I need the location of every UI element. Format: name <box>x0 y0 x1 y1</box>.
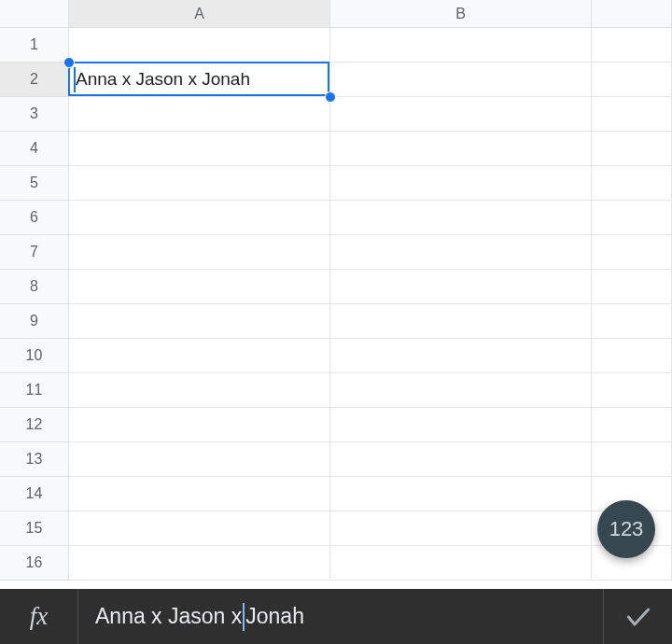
row-header[interactable]: 11 <box>0 373 69 408</box>
cell[interactable] <box>330 28 592 63</box>
cell[interactable] <box>69 304 330 339</box>
cell[interactable] <box>330 477 592 511</box>
row-header[interactable]: 14 <box>0 477 69 511</box>
cell[interactable] <box>69 511 330 546</box>
fab-label: 123 <box>609 517 644 541</box>
selection-handle-bottom-right[interactable] <box>325 91 336 103</box>
row-header[interactable]: 10 <box>0 339 69 373</box>
cell-text-caret <box>74 67 76 92</box>
cell[interactable] <box>592 201 672 235</box>
cell[interactable] <box>330 304 592 339</box>
row-header[interactable]: 8 <box>0 270 69 304</box>
cell[interactable] <box>592 442 672 477</box>
cell[interactable] <box>330 339 592 373</box>
cell[interactable] <box>330 132 592 166</box>
cell[interactable] <box>69 477 330 511</box>
numeric-keypad-fab[interactable]: 123 <box>597 500 655 558</box>
cell[interactable] <box>69 28 330 63</box>
row-header[interactable]: 9 <box>0 304 69 339</box>
column-header[interactable] <box>592 0 672 28</box>
cell[interactable] <box>330 235 592 270</box>
row-header[interactable]: 16 <box>0 546 69 581</box>
cell[interactable] <box>69 97 330 132</box>
cell[interactable] <box>592 166 672 201</box>
formula-text-before: Anna x Jason x <box>95 604 242 629</box>
check-icon <box>623 602 653 632</box>
cell[interactable] <box>69 270 330 304</box>
formula-text-after: Jonah <box>245 604 304 629</box>
column-header[interactable]: A <box>69 0 330 28</box>
cell[interactable] <box>592 63 672 97</box>
cell[interactable] <box>592 97 672 132</box>
cell[interactable] <box>592 270 672 304</box>
cell[interactable] <box>69 235 330 270</box>
cell[interactable] <box>69 442 330 477</box>
column-header[interactable]: B <box>330 0 592 28</box>
cell[interactable] <box>330 408 592 442</box>
cell[interactable] <box>330 201 592 235</box>
cell[interactable] <box>69 546 330 581</box>
cell[interactable] <box>69 132 330 166</box>
cell[interactable] <box>330 63 592 97</box>
cell[interactable] <box>330 373 592 408</box>
cell[interactable] <box>69 201 330 235</box>
row-header[interactable]: 3 <box>0 97 69 132</box>
formula-bar: fx Anna x Jason x Jonah <box>0 589 672 644</box>
cell[interactable] <box>592 408 672 442</box>
row-header[interactable]: 2 <box>0 63 69 97</box>
text-caret <box>243 603 245 631</box>
cell[interactable] <box>330 511 592 546</box>
cell[interactable] <box>592 373 672 408</box>
cell[interactable] <box>330 442 592 477</box>
cell[interactable] <box>330 270 592 304</box>
cell[interactable] <box>592 235 672 270</box>
select-all-corner[interactable] <box>0 0 69 28</box>
cell[interactable] <box>592 28 672 63</box>
cell[interactable] <box>69 166 330 201</box>
fx-icon[interactable]: fx <box>0 589 78 644</box>
cell[interactable] <box>592 304 672 339</box>
cell[interactable] <box>69 408 330 442</box>
row-header[interactable]: 5 <box>0 166 69 201</box>
cell[interactable] <box>69 63 330 97</box>
row-header[interactable]: 4 <box>0 132 69 166</box>
formula-input[interactable]: Anna x Jason x Jonah <box>78 589 603 644</box>
row-header[interactable]: 7 <box>0 235 69 270</box>
cell[interactable] <box>69 339 330 373</box>
row-header[interactable]: 1 <box>0 28 69 63</box>
cell[interactable] <box>592 339 672 373</box>
row-header[interactable]: 15 <box>0 511 69 546</box>
cell[interactable] <box>330 166 592 201</box>
cell[interactable] <box>69 373 330 408</box>
row-header[interactable]: 13 <box>0 442 69 477</box>
cell[interactable] <box>330 546 592 581</box>
row-header[interactable]: 12 <box>0 408 69 442</box>
cell[interactable] <box>592 132 672 166</box>
row-header[interactable]: 6 <box>0 201 69 235</box>
cell[interactable] <box>330 97 592 132</box>
confirm-button[interactable] <box>603 589 672 644</box>
